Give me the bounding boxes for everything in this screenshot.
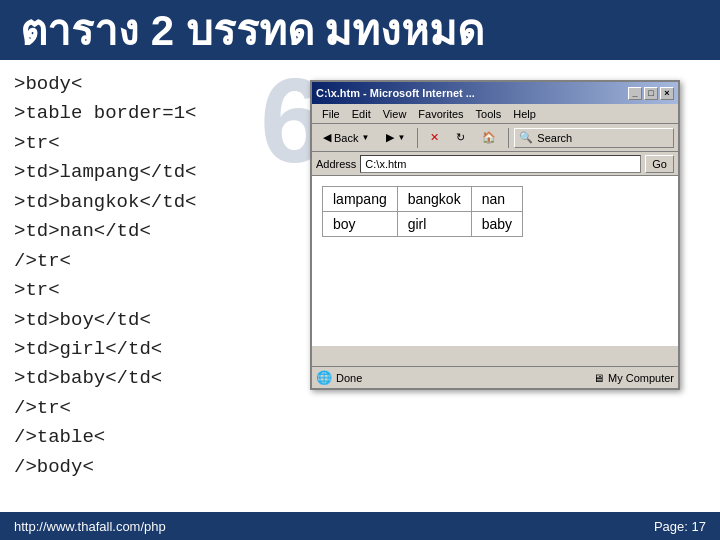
forward-dropdown-icon: ▼ xyxy=(397,133,405,142)
table-row: boygirlbaby xyxy=(323,212,523,237)
code-block: >body< >table border=1< >tr< >td>lampang… xyxy=(14,70,296,482)
address-input[interactable]: C:\x.htm xyxy=(360,155,641,173)
browser-titlebar: C:\x.htm - Microsoft Internet ... _ □ × xyxy=(312,82,678,104)
back-arrow-icon: ◀ xyxy=(323,131,331,144)
browser-title-text: C:\x.htm - Microsoft Internet ... xyxy=(316,87,475,99)
back-label: Back xyxy=(334,132,358,144)
browser-content: lampangbangkoknanboygirlbaby xyxy=(312,176,678,346)
footer-page: Page: 17 xyxy=(654,519,706,534)
table-row: lampangbangkoknan xyxy=(323,187,523,212)
computer-label: My Computer xyxy=(608,372,674,384)
forward-button[interactable]: ▶ ▼ xyxy=(379,127,412,149)
code-panel: >body< >table border=1< >tr< >td>lampang… xyxy=(0,60,310,512)
slide-footer: http://www.thafall.com/php Page: 17 xyxy=(0,512,720,540)
menu-tools[interactable]: Tools xyxy=(470,108,508,120)
browser-window: C:\x.htm - Microsoft Internet ... _ □ × … xyxy=(310,80,680,390)
table-cell: nan xyxy=(471,187,522,212)
menu-view[interactable]: View xyxy=(377,108,413,120)
close-button[interactable]: × xyxy=(660,87,674,100)
toolbar-separator-1 xyxy=(417,128,418,148)
slide-header: ตาราง 2 บรรทด มทงหมด xyxy=(0,0,720,60)
computer-icon: 🖥 xyxy=(593,372,604,384)
address-label: Address xyxy=(316,158,356,170)
menu-file[interactable]: File xyxy=(316,108,346,120)
table-cell: baby xyxy=(471,212,522,237)
browser-menubar: File Edit View Favorites Tools Help xyxy=(312,104,678,124)
header-subtitle: มทงหมด xyxy=(324,10,484,52)
menu-favorites[interactable]: Favorites xyxy=(412,108,469,120)
table-cell: girl xyxy=(397,212,471,237)
menu-edit[interactable]: Edit xyxy=(346,108,377,120)
home-button[interactable]: 🏠 xyxy=(475,127,503,149)
go-button[interactable]: Go xyxy=(645,155,674,173)
menu-help[interactable]: Help xyxy=(507,108,542,120)
search-icon: 🔍 xyxy=(519,131,533,144)
forward-arrow-icon: ▶ xyxy=(386,131,394,144)
html-table: lampangbangkoknanboygirlbaby xyxy=(322,186,523,237)
address-value: C:\x.htm xyxy=(365,158,406,170)
main-content: 6 >body< >table border=1< >tr< >td>lampa… xyxy=(0,60,720,512)
status-done-text: Done xyxy=(336,372,362,384)
back-dropdown-icon: ▼ xyxy=(361,133,369,142)
table-cell: lampang xyxy=(323,187,398,212)
browser-addressbar: Address C:\x.htm Go xyxy=(312,152,678,176)
table-cell: bangkok xyxy=(397,187,471,212)
stop-icon: ✕ xyxy=(430,131,439,144)
maximize-button[interactable]: □ xyxy=(644,87,658,100)
toolbar-separator-2 xyxy=(508,128,509,148)
header-title: ตาราง 2 บรรทด xyxy=(20,10,314,52)
refresh-icon: ↻ xyxy=(456,131,465,144)
search-label: Search xyxy=(537,132,572,144)
done-icon: 🌐 xyxy=(316,370,332,385)
search-toolbar-area[interactable]: 🔍 Search xyxy=(514,128,674,148)
titlebar-buttons: _ □ × xyxy=(628,87,674,100)
browser-toolbar: ◀ Back ▼ ▶ ▼ ✕ ↻ 🏠 🔍 Search xyxy=(312,124,678,152)
status-right-area: 🖥 My Computer xyxy=(593,372,674,384)
stop-button[interactable]: ✕ xyxy=(423,127,446,149)
browser-statusbar: 🌐 Done 🖥 My Computer xyxy=(312,366,678,388)
status-left-area: 🌐 Done xyxy=(316,370,362,385)
back-button[interactable]: ◀ Back ▼ xyxy=(316,127,376,149)
refresh-button[interactable]: ↻ xyxy=(449,127,472,149)
table-cell: boy xyxy=(323,212,398,237)
home-icon: 🏠 xyxy=(482,131,496,144)
minimize-button[interactable]: _ xyxy=(628,87,642,100)
footer-url: http://www.thafall.com/php xyxy=(14,519,166,534)
